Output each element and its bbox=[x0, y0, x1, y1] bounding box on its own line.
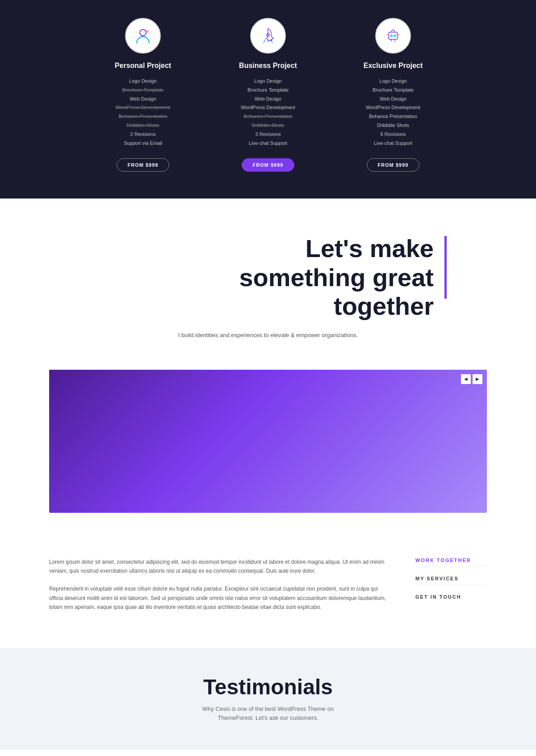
hero-section: Let's make something great together I bu… bbox=[0, 199, 536, 356]
slider-next-button[interactable]: ▶ bbox=[473, 374, 482, 384]
hero-text-block: Let's make something great together bbox=[239, 234, 434, 321]
feature-item: Behance-Presentation bbox=[219, 112, 317, 121]
exclusive-cta-button[interactable]: FROM $999 bbox=[367, 158, 420, 172]
hero-accent-bar bbox=[444, 236, 447, 299]
svg-rect-3 bbox=[389, 32, 398, 39]
feature-item: Dribbble-Shots bbox=[219, 121, 317, 130]
exclusive-title: Exclusive Project bbox=[344, 62, 442, 70]
exclusive-icon-circle bbox=[375, 18, 411, 54]
portfolio-slider-container: ◀ ▶ bbox=[49, 370, 487, 513]
business-icon-circle bbox=[250, 18, 286, 54]
svg-point-1 bbox=[146, 30, 149, 33]
feature-item: Web Design bbox=[219, 95, 317, 104]
pricing-card-personal: Personal Project Logo Design Brochure-Te… bbox=[94, 18, 192, 172]
main-paragraph-2: Reprehenderit in voluptate velit esse ci… bbox=[49, 584, 389, 612]
personal-icon-circle bbox=[125, 18, 161, 54]
feature-item: WordPress Development bbox=[219, 103, 317, 112]
sidebar-nav-get-in-touch[interactable]: GET IN TOUCH bbox=[415, 594, 487, 603]
feature-item: Web Design bbox=[94, 95, 192, 104]
feature-item: Behance Presentation bbox=[344, 112, 442, 121]
hero-title-line1: Let's make bbox=[306, 234, 434, 262]
feature-item: Brochure Template bbox=[344, 86, 442, 95]
feature-item: Brochure Template bbox=[219, 86, 317, 95]
slider-nav: ◀ ▶ bbox=[461, 374, 482, 384]
testimonials-title: Testimonials bbox=[36, 675, 500, 699]
robot-icon bbox=[383, 26, 403, 46]
person-icon bbox=[133, 26, 153, 46]
hero-content: Let's make something great together bbox=[89, 234, 447, 321]
hero-subtitle: I build identities and experiences to el… bbox=[178, 332, 358, 338]
hero-title: Let's make something great together bbox=[239, 234, 434, 321]
feature-item: WordPress Development bbox=[344, 103, 442, 112]
svg-point-0 bbox=[140, 30, 146, 36]
feature-item: Live-chat Support bbox=[344, 139, 442, 148]
content-sidebar-section: Lorem ipsum dolor sit amet, consectetur … bbox=[0, 531, 536, 648]
hero-title-line2: something great bbox=[239, 263, 434, 291]
sidebar-nav-my-services[interactable]: MY SERVICES bbox=[415, 576, 487, 585]
feature-item: 6 Revisions bbox=[344, 130, 442, 139]
main-content: Lorem ipsum dolor sit amet, consectetur … bbox=[49, 557, 389, 621]
sidebar-nav-work-together[interactable]: WORK TOGETHER bbox=[415, 557, 487, 567]
personal-cta-button[interactable]: FROM $999 bbox=[117, 158, 170, 172]
business-title: Business Project bbox=[219, 62, 317, 70]
feature-item: 2 Revisions bbox=[94, 130, 192, 139]
feature-item: Logo Design bbox=[219, 77, 317, 86]
hero-title-line3: together bbox=[334, 292, 434, 320]
feature-item: Support via Email bbox=[94, 139, 192, 148]
testimonials-section: Testimonials Why Cesis is one of the bes… bbox=[0, 648, 536, 750]
business-features: Logo Design Brochure Template Web Design… bbox=[219, 77, 317, 148]
feature-item: Dribbble-Shots bbox=[94, 121, 192, 130]
personal-features: Logo Design Brochure-Template Web Design… bbox=[94, 77, 192, 148]
rocket-icon bbox=[258, 26, 278, 46]
testimonials-subtitle-line2: ThemeForest. Let's ask our customers. bbox=[218, 714, 318, 721]
portfolio-section: ◀ ▶ bbox=[0, 356, 536, 531]
portfolio-slider: ◀ ▶ bbox=[49, 370, 487, 513]
testimonials-subtitle: Why Cesis is one of the best WordPress T… bbox=[36, 705, 500, 723]
svg-rect-6 bbox=[392, 30, 394, 30]
pricing-card-exclusive: Exclusive Project Logo Design Brochure T… bbox=[344, 18, 442, 172]
feature-item: WordPress-Development bbox=[94, 103, 192, 112]
main-paragraph-1: Lorem ipsum dolor sit amet, consectetur … bbox=[49, 557, 389, 576]
feature-item: Web Design bbox=[344, 95, 442, 104]
testimonials-subtitle-line1: Why Cesis is one of the best WordPress T… bbox=[202, 705, 334, 712]
feature-item: Live-chat Support bbox=[219, 139, 317, 148]
feature-item: Logo Design bbox=[94, 77, 192, 86]
feature-item: Dribbble Shots bbox=[344, 121, 442, 130]
feature-item: Behance-Presentation bbox=[94, 112, 192, 121]
business-cta-button[interactable]: FROM $999 bbox=[242, 158, 295, 172]
svg-point-5 bbox=[394, 35, 396, 37]
pricing-card-business: Business Project Logo Design Brochure Te… bbox=[219, 18, 317, 172]
slider-prev-button[interactable]: ◀ bbox=[461, 374, 471, 384]
exclusive-features: Logo Design Brochure Template Web Design… bbox=[344, 77, 442, 148]
feature-item: Logo Design bbox=[344, 77, 442, 86]
pricing-section: Personal Project Logo Design Brochure-Te… bbox=[0, 0, 536, 199]
feature-item: 3 Revisions bbox=[219, 130, 317, 139]
feature-item: Brochure-Template bbox=[94, 86, 192, 95]
sidebar-nav: WORK TOGETHER MY SERVICES GET IN TOUCH bbox=[415, 557, 487, 612]
svg-point-4 bbox=[390, 35, 392, 37]
pricing-grid: Personal Project Logo Design Brochure-Te… bbox=[36, 18, 500, 172]
personal-title: Personal Project bbox=[94, 62, 192, 70]
